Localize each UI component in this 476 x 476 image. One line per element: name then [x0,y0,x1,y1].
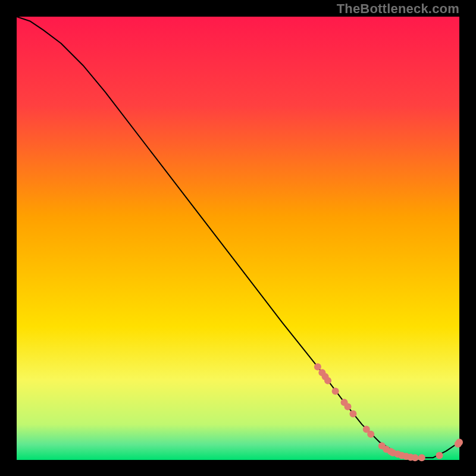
watermark-text: TheBottleneck.com [337,1,459,17]
chart-root: TheBottleneck.com [0,0,476,476]
marker-dot [367,431,374,438]
marker-dot [349,411,356,418]
marker-dot [345,403,352,411]
marker-dot [418,454,425,461]
marker-dot [324,377,331,384]
marker-dot [332,388,339,395]
marker-dot [314,364,321,371]
marker-dot [436,452,443,459]
bottleneck-chart [0,0,476,476]
marker-dot [412,454,419,461]
plot-area [17,17,463,461]
gradient-background [17,17,459,460]
marker-dot [456,439,463,446]
